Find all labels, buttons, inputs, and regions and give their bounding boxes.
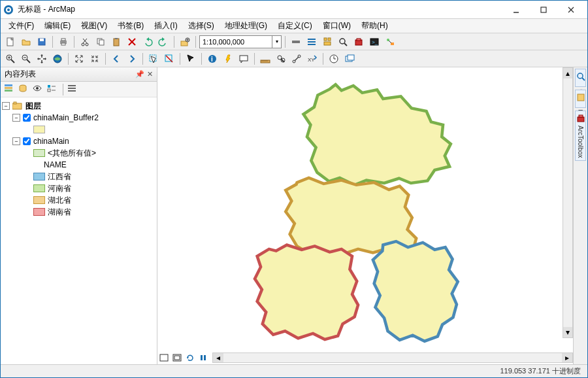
undo-button[interactable] [140, 35, 155, 49]
goto-xy-button[interactable]: XY [305, 52, 319, 66]
tree-layer-chinamain[interactable]: − chinaMain [2, 135, 155, 147]
scale-combo[interactable]: ▾ [199, 35, 282, 48]
maximize-button[interactable] [530, 2, 557, 18]
python-button[interactable]: >_ [367, 35, 382, 49]
tray-catalog[interactable]: 目录 [575, 90, 586, 108]
menu-view[interactable]: 视图(V) [76, 19, 112, 33]
add-data-button[interactable] [178, 35, 192, 49]
redo-button[interactable] [156, 35, 171, 49]
menu-insert[interactable]: 插入(I) [149, 19, 182, 33]
create-viewer-button[interactable] [342, 52, 357, 66]
toc-close-icon[interactable]: ✕ [147, 70, 153, 78]
tray-search[interactable]: 搜索 [575, 69, 586, 87]
pause-drawing-button[interactable] [197, 352, 209, 363]
expand-icon[interactable]: − [12, 114, 20, 122]
paste-button[interactable] [109, 35, 123, 49]
toc-list-by-visibility[interactable] [32, 83, 45, 96]
tree-class-henan[interactable]: 河南省 [2, 182, 155, 194]
arctoolbox-button[interactable] [351, 35, 366, 49]
toc-list-by-drawing-order[interactable] [3, 83, 16, 96]
identify-button[interactable]: i [205, 52, 220, 66]
tree-field-name[interactable]: NAME [2, 159, 155, 171]
expand-icon[interactable]: − [2, 102, 10, 110]
refresh-button[interactable] [184, 352, 196, 363]
map-feature-jiangxi[interactable] [373, 241, 458, 341]
toc-list-by-selection[interactable] [46, 83, 59, 96]
find-route-button[interactable] [289, 52, 304, 66]
new-button[interactable] [3, 35, 18, 49]
zoom-out-button[interactable] [19, 52, 33, 66]
cut-button[interactable] [78, 35, 92, 49]
html-popup-button[interactable] [237, 52, 251, 66]
menu-window[interactable]: 窗口(W) [318, 19, 356, 33]
tree-class-hunan[interactable]: 湖南省 [2, 206, 155, 218]
back-extent-button[interactable] [109, 52, 123, 66]
scale-input[interactable] [200, 36, 272, 48]
zoom-in-button[interactable] [3, 52, 18, 66]
scale-dropdown[interactable]: ▾ [272, 36, 281, 48]
toc-list-by-source[interactable] [18, 83, 31, 96]
forward-extent-button[interactable] [125, 52, 139, 66]
scroll-down-icon[interactable]: ▾ [563, 327, 572, 337]
hyperlink-button[interactable] [221, 52, 235, 66]
scroll-right-icon[interactable]: ▸ [562, 353, 572, 362]
heading-allother-label: <其他所有值> [48, 148, 96, 158]
svg-line-70 [295, 57, 299, 61]
layer-visibility-checkbox[interactable] [23, 114, 31, 122]
full-extent-button[interactable] [50, 52, 65, 66]
menu-edit[interactable]: 编辑(E) [39, 19, 76, 33]
toc-options[interactable] [67, 83, 80, 96]
open-button[interactable] [19, 35, 33, 49]
select-elements-button[interactable] [184, 52, 198, 66]
catalog-button[interactable] [320, 35, 335, 49]
menu-selection[interactable]: 选择(S) [183, 19, 220, 33]
data-view-button[interactable] [158, 352, 170, 363]
search-button[interactable] [336, 35, 350, 49]
fixed-zoom-out-button[interactable] [88, 52, 102, 66]
time-slider-button[interactable] [327, 52, 341, 66]
map-feature-henan[interactable] [303, 84, 450, 185]
close-button[interactable] [557, 2, 585, 18]
class-label: 河南省 [48, 183, 71, 194]
find-button[interactable] [274, 52, 288, 66]
tools-toolbar: i XY [1, 50, 587, 67]
menu-geoprocessing[interactable]: 地理处理(G) [220, 19, 272, 33]
save-button[interactable] [35, 35, 49, 49]
svg-rect-91 [160, 354, 168, 361]
tree-dataframe[interactable]: − 图层 [2, 100, 155, 112]
menu-help[interactable]: 帮助(H) [356, 19, 393, 33]
layer-visibility-checkbox[interactable] [23, 137, 31, 145]
tree-class-jiangxi[interactable]: 江西省 [2, 171, 155, 182]
tray-arctoolbox[interactable]: ArcToolbox [575, 111, 586, 161]
scroll-left-icon[interactable]: ◂ [213, 353, 223, 362]
tree-heading-allother[interactable]: <其他所有值> [2, 147, 155, 159]
select-features-button[interactable] [146, 52, 161, 66]
layout-view-button[interactable] [171, 352, 183, 363]
vertical-scrollbar[interactable]: ▴ ▾ [563, 67, 573, 338]
scroll-up-icon[interactable]: ▴ [563, 68, 572, 78]
fixed-zoom-in-button[interactable] [72, 52, 86, 66]
svg-rect-4 [541, 7, 546, 12]
tree-class-hubei[interactable]: 湖北省 [2, 194, 155, 206]
measure-button[interactable] [258, 52, 272, 66]
copy-button[interactable] [93, 35, 108, 49]
expand-icon[interactable]: − [12, 137, 20, 145]
toc-pin-icon[interactable]: 📌 [135, 70, 144, 78]
map-canvas[interactable]: ▴ ▾ [157, 67, 573, 351]
modelbuilder-button[interactable] [383, 35, 397, 49]
map-feature-hunan[interactable] [255, 245, 358, 339]
minimize-button[interactable] [502, 2, 530, 18]
print-button[interactable] [56, 35, 71, 49]
toc-button[interactable] [304, 35, 319, 49]
delete-button[interactable] [125, 35, 139, 49]
menu-file[interactable]: 文件(F) [3, 19, 39, 33]
clear-selection-button[interactable] [162, 52, 176, 66]
tree-symbol-buffer[interactable] [2, 124, 155, 135]
menu-customize[interactable]: 自定义(C) [272, 19, 318, 33]
menu-bookmarks[interactable]: 书签(B) [112, 19, 149, 33]
tree-layer-buffer[interactable]: − chinaMain_Buffer2 [2, 112, 155, 124]
toc-toolbar [1, 82, 157, 97]
editor-toolbar-button[interactable] [289, 35, 303, 49]
pan-button[interactable] [35, 52, 49, 66]
horizontal-scrollbar[interactable]: ◂ ▸ [212, 352, 573, 363]
